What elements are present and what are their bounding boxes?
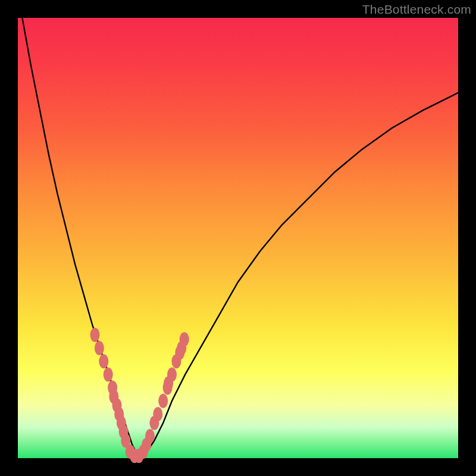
plot-area xyxy=(18,18,458,458)
watermark-text: TheBottleneck.com xyxy=(362,2,471,17)
chart-canvas: TheBottleneck.com xyxy=(0,0,476,476)
data-point xyxy=(104,367,113,381)
data-point xyxy=(95,341,104,355)
data-point xyxy=(180,332,189,346)
curve-overlay xyxy=(18,18,458,458)
data-point xyxy=(99,354,108,368)
data-point xyxy=(167,367,177,381)
data-point xyxy=(153,407,162,421)
data-point xyxy=(90,328,100,342)
bottleneck-curve xyxy=(22,18,458,458)
data-point xyxy=(158,394,168,408)
data-point xyxy=(145,429,155,443)
